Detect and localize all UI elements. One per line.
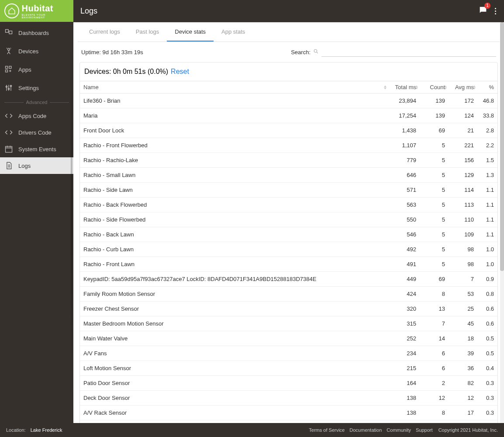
cell-percent: 0.4 [477,361,497,376]
tab-app-stats[interactable]: App stats [214,22,253,42]
table-row[interactable]: Rachio - Front Lawn4915981.0 [80,257,497,272]
table-row[interactable]: Freezer Chest Sensor32013250.6 [80,302,497,316]
location-link[interactable]: Lake Frederick [31,427,62,433]
table-row[interactable]: Deck Door Sensor13812120.3 [80,391,497,406]
cell-avg-ms: 221 [449,138,477,153]
search-label: Search: [291,49,311,55]
col-count[interactable]: Count [420,81,449,94]
table-row[interactable]: Rachio - Side Lawn57151141.1 [80,183,497,198]
logo[interactable]: Hubitat ELEVATE YOUR ENVIRONMENT [0,0,73,22]
scrollbar-track[interactable] [500,22,504,423]
footer-link-docs[interactable]: Documentation [349,427,382,433]
sidebar-item-apps[interactable]: Apps [0,60,73,79]
cell-avg-ms: 18 [449,331,477,346]
cell-percent: 0.2 [477,420,497,423]
svg-rect-0 [6,30,9,33]
table-row[interactable]: Family Room Motion Sensor4248530.8 [80,287,497,302]
sidebar-item-devices[interactable]: Devices [0,42,73,60]
footer-link-community[interactable]: Community [387,427,411,433]
footer-link-support[interactable]: Support [416,427,433,433]
cell-avg-ms: 39 [449,346,477,361]
cell-name: Rachio - Side Lawn [80,183,388,198]
table-row[interactable]: Rachio - Curb Lawn4925981.0 [80,242,497,257]
logs-icon [4,161,13,170]
footer-link-tos[interactable]: Terms of Service [309,427,345,433]
reset-link[interactable]: Reset [171,68,189,76]
cell-name: Exercise Room Window Sensor [80,420,388,423]
sidebar-item-logs[interactable]: Logs [0,157,73,174]
table-row[interactable]: Main Water Valve25214180.5 [80,331,497,346]
search-input[interactable] [321,47,496,57]
code-icon [4,128,13,137]
notification-badge: 1 [484,3,490,9]
cell-percent: 1.1 [477,198,497,212]
cell-name: Rachio - Back Lawn [80,227,388,242]
cell-name: Life360 - Brian [80,94,388,108]
sidebar-item-apps-code[interactable]: Apps Code [0,108,73,124]
tab-past-logs[interactable]: Past logs [128,22,167,42]
tabs: Current logs Past logs Device stats App … [78,22,500,42]
sidebar-item-settings[interactable]: Settings [0,79,73,97]
cell-percent: 2.2 [477,138,497,153]
cell-count: 5 [420,227,449,242]
table-row[interactable]: Exercise Room Window Sensor902450.2 [80,420,497,423]
table-row[interactable]: Loft Motion Sensor2156360.4 [80,361,497,376]
cell-count: 2 [420,420,449,423]
table-row[interactable]: Maria17,25413912433.8 [80,108,497,123]
cell-percent: 1.1 [477,227,497,242]
scrollbar-thumb[interactable] [500,22,504,271]
col-name[interactable]: Name [80,81,388,94]
cell-percent: 0.8 [477,287,497,302]
chat-icon [478,8,488,17]
svg-rect-9 [6,146,12,152]
table-row[interactable]: Master Bedroom Motion Sensor3157450.6 [80,316,497,331]
cell-avg-ms: 109 [449,227,477,242]
cell-avg-ms: 17 [449,406,477,420]
sidebar-item-label: Drivers Code [18,129,52,136]
main-content: Current logs Past logs Device stats App … [73,22,504,423]
table-row[interactable]: Rachio - Small Lawn64651291.3 [80,168,497,183]
table-row[interactable]: KeypadID: 5aa59d95a7f93ac67327ace7 LockI… [80,272,497,287]
cell-percent: 0.5 [477,331,497,346]
table-row[interactable]: Rachio - Front Flowerbed1,10752212.2 [80,138,497,153]
notifications-button[interactable]: 1 [478,5,488,17]
table-row[interactable]: A/V Fans2346390.5 [80,346,497,361]
col-percent[interactable]: % [477,81,497,94]
cell-avg-ms: 7 [449,272,477,287]
sidebar-item-drivers-code[interactable]: Drivers Code [0,124,73,141]
footer: Location: Lake Frederick Terms of Servic… [0,423,504,437]
col-total-ms[interactable]: Total ms [388,81,420,94]
tab-current-logs[interactable]: Current logs [81,22,128,42]
table-row[interactable]: Life360 - Brian23,89413917246.8 [80,94,497,108]
cell-total-ms: 138 [388,391,420,406]
page-title: Logs [80,7,97,16]
table-row[interactable]: Rachio - Rachio-Lake77951561.5 [80,153,497,168]
cell-name: Rachio - Curb Lawn [80,242,388,257]
dashboards-icon [4,28,13,37]
sidebar-item-dashboards[interactable]: Dashboards [0,24,73,42]
cell-count: 6 [420,361,449,376]
table-row[interactable]: A/V Rack Sensor1388170.3 [80,406,497,420]
cell-percent: 0.9 [477,272,497,287]
more-menu-button[interactable] [493,6,498,16]
svg-point-2 [8,48,10,50]
cell-count: 5 [420,257,449,272]
cell-count: 13 [420,302,449,316]
cell-count: 139 [420,94,449,108]
table-row[interactable]: Rachio - Side Flowerbed55051101.1 [80,212,497,227]
tab-device-stats[interactable]: Device stats [167,22,214,42]
cell-avg-ms: 113 [449,198,477,212]
cell-count: 5 [420,183,449,198]
table-row[interactable]: Rachio - Back Flowerbed56351131.1 [80,198,497,212]
cell-total-ms: 492 [388,242,420,257]
table-row[interactable]: Rachio - Back Lawn54651091.1 [80,227,497,242]
table-row[interactable]: Front Door Lock1,43869212.8 [80,123,497,138]
cell-total-ms: 449 [388,272,420,287]
cell-percent: 1.5 [477,153,497,168]
sidebar-item-label: Settings [18,85,39,91]
cell-count: 139 [420,108,449,123]
col-avg-ms[interactable]: Avg ms [449,81,477,94]
table-row[interactable]: Patio Door Sensor1642820.3 [80,376,497,391]
sidebar-item-system-events[interactable]: System Events [0,141,73,157]
cell-avg-ms: 45 [449,420,477,423]
